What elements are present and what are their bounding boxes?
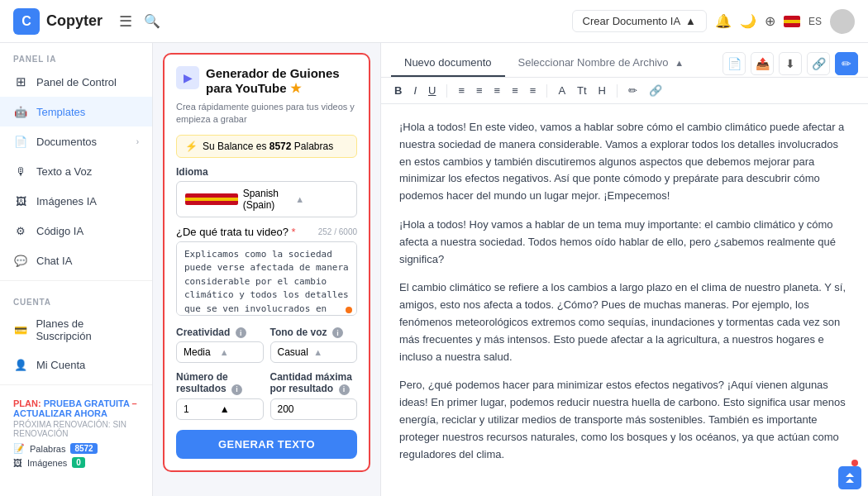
idioma-value: Spanish (Spain) [243, 188, 296, 211]
sidebar-item-codigo-ia[interactable]: ⚙ Código IA [0, 216, 152, 246]
editor-paragraph-4: Pero, ¿qué podemos hacer para minimizar … [399, 377, 850, 463]
toolbar-sep-1 [446, 84, 447, 98]
num-resultados-info-icon[interactable]: i [231, 384, 242, 395]
search-icon[interactable]: 🔍 [144, 13, 160, 29]
palabras-badge: 8572 [70, 443, 97, 454]
creatividad-select[interactable]: Media ▲ [176, 341, 264, 363]
sidebar-item-label: Mi Cuenta [36, 359, 85, 371]
align-justify-btn[interactable]: ≡ [508, 83, 522, 98]
youtube-icon: ▶ [184, 71, 193, 84]
required-mark: * [291, 226, 295, 238]
sidebar-item-label: Planes de Suscripción [36, 317, 139, 342]
sidebar-item-panel-control[interactable]: ⊞ Panel de Control [0, 67, 152, 97]
cantidad-max-value: 200 [278, 403, 351, 415]
imagenes-row: 🖼 Imágenes 0 [13, 457, 139, 468]
sidebar-divider [0, 280, 152, 281]
cantidad-max-input[interactable]: 200 [270, 398, 358, 420]
chevron-right-icon: › [136, 137, 139, 146]
notification-icon[interactable]: 🔔 [715, 13, 732, 29]
prueba-gratuita-link[interactable]: PRUEBA GRATUITA [44, 398, 130, 408]
palabras-icon: 📝 [13, 443, 25, 454]
editor-column: Nuevo documento Seleccionar Nombre de Ar… [380, 43, 868, 496]
editor-tabs: Nuevo documento Seleccionar Nombre de Ar… [381, 43, 868, 78]
font-size-btn[interactable]: Tt [574, 83, 590, 98]
edit-active-btn[interactable]: ✏ [835, 52, 858, 75]
topnav-right: Crear Documento IA ▲ 🔔 🌙 ⊕ ES [572, 9, 855, 34]
sidebar: PANEL IA ⊞ Panel de Control 🤖 Templates … [0, 43, 153, 496]
copy-doc-btn[interactable]: 📄 [723, 52, 746, 75]
editor-paragraph-3: El cambio climático se refiere a los cam… [399, 279, 850, 365]
palabras-label: Palabras [30, 444, 65, 454]
align-right-btn[interactable]: ≡ [491, 83, 504, 98]
sidebar-item-planes[interactable]: 💳 Planes de Suscripción [0, 310, 152, 350]
editor-body: ¡Hola a todos! En este video, vamos a ha… [381, 104, 868, 496]
panel-subtitle: Crea rápidamente guiones para tus videos… [176, 101, 357, 126]
moon-icon[interactable]: 🌙 [740, 13, 756, 29]
link-btn[interactable]: 🔗 [646, 83, 665, 98]
editor-tab-actions: 📄 📤 ⬇ 🔗 ✏ [723, 52, 858, 75]
heading-btn[interactable]: H [595, 83, 609, 98]
menu-icon[interactable]: ☰ [119, 12, 132, 31]
editor-paragraph-2: ¡Hola a todos! Hoy vamos a hablar de un … [399, 217, 850, 268]
tab-seleccionar-nombre[interactable]: Seleccionar Nombre de Archivo ▲ [505, 50, 698, 77]
bold-btn[interactable]: B [391, 83, 405, 98]
video-textarea-wrapper [176, 241, 357, 318]
italic-btn[interactable]: I [410, 83, 420, 98]
sidebar-item-texto-voz[interactable]: 🎙 Texto a Voz [0, 156, 152, 186]
language-label[interactable]: ES [808, 16, 822, 27]
tab-nuevo-documento[interactable]: Nuevo documento [391, 50, 505, 77]
chat-icon: 💬 [13, 253, 28, 268]
orange-dot [346, 307, 352, 313]
sidebar-item-templates[interactable]: 🤖 Templates [0, 97, 152, 126]
sidebar-item-label: Imágenes IA [36, 195, 97, 207]
num-resultados-input[interactable]: 1 ▲ [176, 398, 264, 420]
creatividad-tono-row: Creatividad i Media ▲ Tono de voz i [176, 327, 357, 364]
pen-btn[interactable]: ✏ [625, 83, 641, 98]
sidebar-item-documentos[interactable]: 📄 Documentos › [0, 126, 152, 156]
plan-label: PLAN: PRUEBA GRATUITA – ACTUALIZAR AHORA [13, 398, 139, 418]
underline-btn[interactable]: U [425, 83, 439, 98]
arrows-icon[interactable]: ⊕ [765, 13, 775, 29]
idioma-select[interactable]: Spanish (Spain) ▲ [176, 181, 357, 217]
logo: C Copyter [13, 8, 103, 35]
scroll-up-btn[interactable] [838, 466, 861, 489]
crear-documento-btn[interactable]: Crear Documento IA ▲ [572, 10, 707, 32]
align-center-btn[interactable]: ≡ [473, 83, 486, 98]
balance-text: Su Balance es 8572 Palabras [203, 141, 333, 152]
share-btn[interactable]: 🔗 [807, 52, 830, 75]
code-icon: ⚙ [13, 223, 28, 238]
export-btn[interactable]: 📤 [751, 52, 774, 75]
actualizar-link[interactable]: ACTUALIZAR AHORA [13, 408, 107, 418]
imagenes-badge: 0 [72, 457, 85, 468]
cantidad-max-info-icon[interactable]: i [339, 384, 350, 395]
bolt-icon: ⚡ [185, 141, 198, 152]
sidebar-item-imagenes-ia[interactable]: 🖼 Imágenes IA [0, 186, 152, 216]
creatividad-info-icon[interactable]: i [236, 327, 246, 338]
sidebar-item-chat-ia[interactable]: 💬 Chat IA [0, 246, 152, 275]
sidebar-item-label: Texto a Voz [36, 165, 92, 178]
list-ordered-btn[interactable]: ≡ [527, 83, 540, 98]
language-flag[interactable] [784, 16, 800, 27]
tono-info-icon[interactable]: i [332, 327, 343, 338]
generator-card: ▶ Generador de Guiones para YouTube ★ Cr… [163, 53, 370, 472]
red-dot-indicator [851, 460, 858, 466]
panel-header: ▶ Generador de Guiones para YouTube ★ [176, 66, 357, 96]
creatividad-field: Creatividad i Media ▲ [176, 327, 264, 364]
video-textarea[interactable] [176, 241, 357, 316]
image-small-icon: 🖼 [13, 458, 22, 468]
sidebar-item-label: Documentos [36, 136, 97, 148]
generar-texto-btn[interactable]: GENERAR TEXTO [176, 430, 357, 459]
tono-select[interactable]: Casual ▲ [270, 341, 358, 363]
align-left-btn[interactable]: ≡ [455, 83, 468, 98]
sidebar-item-label: Templates [36, 106, 85, 118]
sidebar-item-mi-cuenta[interactable]: 👤 Mi Cuenta [0, 350, 152, 379]
image-icon: 🖼 [13, 193, 28, 208]
renovacion-label: PRÓXIMA RENOVACIÓN: SIN RENOVACIÓN [13, 420, 139, 438]
sidebar-divider-2 [0, 384, 152, 385]
avatar[interactable] [830, 9, 855, 34]
credit-card-icon: 💳 [13, 322, 27, 337]
balance-box: ⚡ Su Balance es 8572 Palabras [176, 135, 357, 158]
font-color-btn[interactable]: A [555, 83, 569, 98]
download-btn[interactable]: ⬇ [779, 52, 802, 75]
video-label-row: ¿De qué trata tu video? * 252 / 6000 [176, 226, 357, 238]
